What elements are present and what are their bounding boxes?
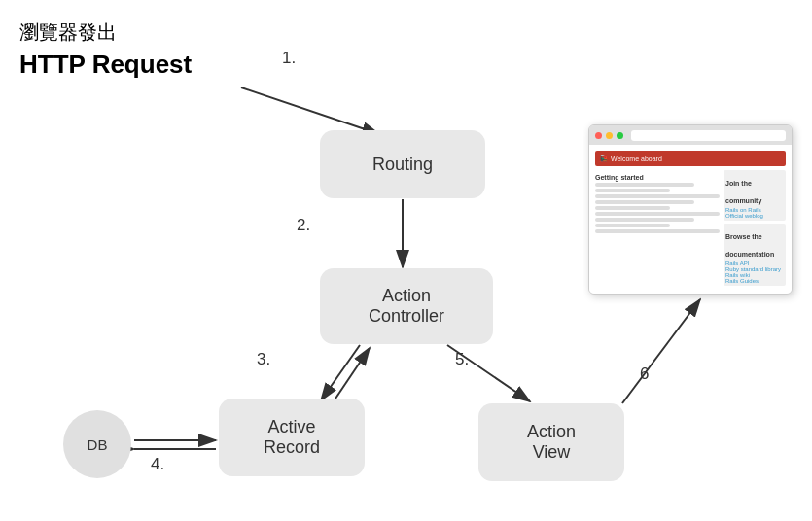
english-text: HTTP Request (19, 50, 192, 80)
step-6-label: 6 (640, 365, 649, 384)
browser-line-2 (595, 189, 670, 192)
browser-line-9 (595, 229, 720, 233)
db-label: DB (88, 436, 108, 453)
browser-layout: Getting started Join the community Rails… (595, 170, 786, 284)
step-1-label: 1. (282, 49, 296, 68)
arrow-1 (241, 87, 379, 134)
browser-line-5 (595, 206, 670, 210)
action-view-label: ActionView (527, 422, 576, 463)
browser-line-8 (595, 224, 670, 227)
browser-header-bar: 🚂 Welcome aboard (595, 151, 786, 166)
http-request-label: 瀏覽器發出 HTTP Request (19, 19, 192, 80)
browser-sidebar-box-1: Join the community Rails on Rails Offici… (724, 170, 786, 221)
routing-label: Routing (372, 155, 433, 175)
action-controller-label: ActionController (369, 286, 444, 327)
diagram-container: 瀏覽器發出 HTTP Request R (0, 0, 812, 521)
arrow-6 (622, 299, 700, 403)
browser-line-3 (595, 194, 720, 198)
action-view-box: ActionView (478, 403, 624, 481)
browser-main: Getting started (595, 170, 720, 284)
browser-browse-docs-title: Browse the documentation (725, 233, 774, 258)
browser-line-6 (595, 212, 720, 216)
browser-sidebar: Join the community Rails on Rails Offici… (724, 170, 786, 284)
step-3-label: 3. (257, 350, 270, 369)
browser-line-1 (595, 183, 694, 187)
browser-join-community: Join the community (725, 180, 761, 204)
routing-box: Routing (320, 130, 485, 198)
browser-content: 🚂 Welcome aboard Getting started (589, 145, 792, 294)
arrow-3-down (321, 345, 360, 400)
browser-line-7 (595, 218, 694, 222)
browser-header-icon: 🚂 (599, 155, 608, 162)
step-4-label: 4. (151, 455, 164, 474)
active-record-label: ActiveRecord (264, 417, 320, 458)
step-2-label: 2. (297, 216, 310, 235)
browser-welcome-title: Welcome aboard (611, 156, 662, 162)
browser-link-2: Official weblog (725, 213, 784, 219)
db-circle: DB (63, 410, 131, 478)
browser-close-dot (595, 132, 602, 139)
browser-link-6: Rails Guides (725, 278, 784, 284)
browser-maximize-dot (617, 132, 623, 139)
arrow-3-up (335, 348, 370, 399)
browser-toolbar (589, 125, 792, 145)
browser-getting-started: Getting started (595, 174, 720, 181)
browser-line-4 (595, 200, 694, 204)
step-5-label: 5. (455, 350, 469, 369)
browser-mockup: 🚂 Welcome aboard Getting started (588, 124, 793, 295)
active-record-box: ActiveRecord (219, 399, 365, 476)
action-controller-box: ActionController (320, 268, 493, 344)
chinese-text: 瀏覽器發出 (19, 19, 192, 46)
browser-minimize-dot (606, 132, 613, 139)
browser-addressbar (631, 130, 786, 141)
browser-sidebar-box-2: Browse the documentation Rails API Ruby … (724, 224, 786, 286)
